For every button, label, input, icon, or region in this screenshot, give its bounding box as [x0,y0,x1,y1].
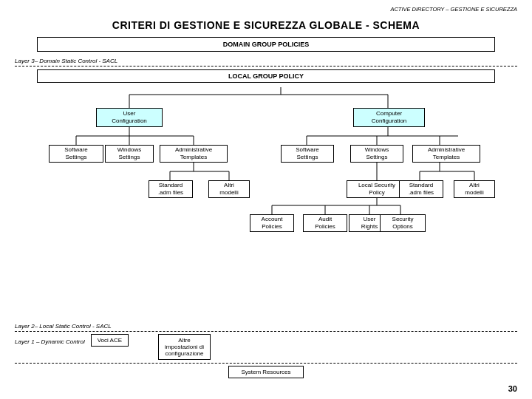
altri-modelli-left-node: Altrimodelli [208,180,250,198]
computer-config-node: ComputerConfiguration [353,108,425,127]
sw-settings-right-node: SoftwareSettings [281,145,334,163]
layer3-dashed-line [15,66,517,66]
standard-adm-right-node: Standard.adm files [399,180,443,198]
admin-templates-left-node: AdministrativeTemplates [160,145,228,163]
system-resources-label: System Resources [241,369,290,375]
altri-modelli-right-node: Altrimodelli [454,180,495,198]
security-options-label: SecurityOptions [392,216,414,230]
standard-adm-left-label: Standard.adm files [158,182,183,196]
altri-modelli-right-label: Altrimodelli [465,182,483,196]
local-security-policy-label: Local SecurityPolicy [358,182,395,196]
top-right-label: ACTIVE DIRECTORY – GESTIONE E SICUREZZA [390,6,517,13]
altri-modelli-left-label: Altrimodelli [219,182,238,196]
voci-ace-box: Voci ACE [91,334,129,347]
domain-group-policies-box: DOMAIN GROUP POLICIES [37,37,495,52]
admin-templates-right-label: AdministrativeTemplates [428,146,465,160]
layer1-label: Layer 1 – Dynamic Control [15,338,85,345]
altre-impostazioni-label: Altreimpostazioni diconfigurazione [165,337,204,357]
user-config-node: UserConfiguration [96,108,163,127]
layer3-label: Layer 3– Domain Static Control - SACL [15,58,517,64]
admin-templates-left-label: AdministrativeTemplates [175,146,212,160]
standard-adm-right-label: Standard.adm files [409,182,434,196]
bottom-section: Layer 2– Local Static Control - SACL Lay… [15,323,517,378]
domain-group-policies-label: DOMAIN GROUP POLICIES [223,41,309,48]
page: ACTIVE DIRECTORY – GESTIONE E SICUREZZA … [0,0,532,399]
win-settings-right-node: WindowsSettings [350,145,403,163]
voci-ace-label: Voci ACE [98,337,122,344]
computer-config-label: ComputerConfiguration [372,110,407,124]
local-group-policy-box: LOCAL GROUP POLICY [37,69,495,83]
sw-settings-left-node: SoftwareSettings [49,145,103,163]
layer2-label: Layer 2– Local Static Control - SACL [15,323,517,330]
tree-container: UserConfiguration ComputerConfiguration … [15,86,517,256]
altre-impostazioni-box: Altreimpostazioni diconfigurazione [158,334,211,360]
user-rights-label: UserRights [361,216,378,230]
layer1-dashed-line [15,363,517,364]
security-options-node: SecurityOptions [380,214,426,232]
voci-altre-row: Layer 1 – Dynamic Control Voci ACE Altre… [15,334,517,360]
audit-policies-label: AuditPolicies [315,216,335,230]
win-settings-left-node: WindowsSettings [105,145,154,163]
account-policies-node: AccountPolicies [250,214,294,232]
user-config-label: UserConfiguration [112,110,147,124]
local-security-policy-node: Local SecurityPolicy [347,180,407,198]
standard-adm-left-node: Standard.adm files [149,180,193,198]
win-settings-left-label: WindowsSettings [117,146,141,160]
layer2-dashed-line [15,331,517,332]
win-settings-right-label: WindowsSettings [365,146,389,160]
account-policies-label: AccountPolicies [262,216,283,230]
system-resources-row: System Resources [15,366,517,378]
main-title: CRITERI DI GESTIONE E SICUREZZA GLOBALE … [15,19,517,31]
local-group-policy-label: LOCAL GROUP POLICY [228,72,304,80]
page-number: 30 [508,384,517,393]
sw-settings-right-label: SoftwareSettings [296,146,319,160]
admin-templates-right-node: AdministrativeTemplates [412,145,480,163]
sw-settings-left-label: SoftwareSettings [64,146,88,160]
audit-policies-node: AuditPolicies [303,214,347,232]
system-resources-box: System Resources [228,366,303,378]
